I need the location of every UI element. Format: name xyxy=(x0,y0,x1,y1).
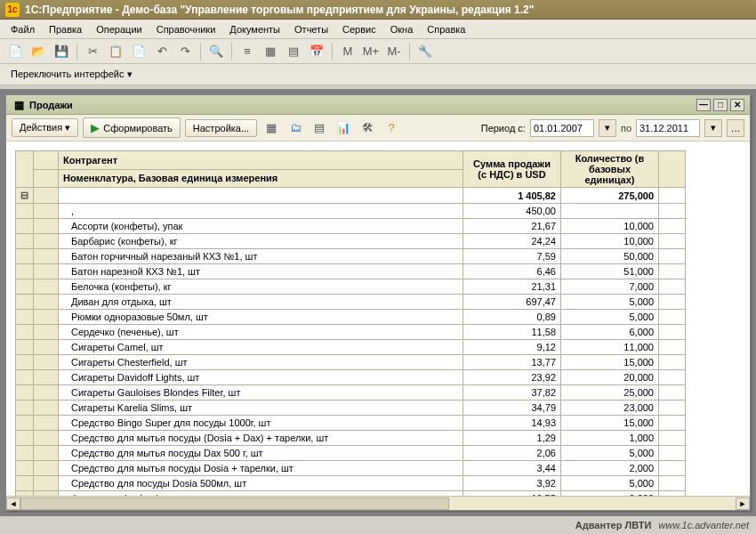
form-button[interactable]: ▶ Сформировать xyxy=(83,117,181,138)
date-to-input[interactable] xyxy=(636,119,700,137)
horizontal-scrollbar[interactable]: ◄ ► xyxy=(6,496,750,510)
close-button[interactable]: ✕ xyxy=(730,99,744,111)
undo-icon[interactable]: ↶ xyxy=(152,42,172,61)
outline-toggle xyxy=(16,310,34,325)
cell-sum: 21,31 xyxy=(463,279,561,295)
table-row[interactable]: Рюмки одноразовые 50мл, шт0,895,000 xyxy=(16,310,686,325)
outline-toggle xyxy=(16,264,34,279)
menu-operations[interactable]: Операции xyxy=(89,22,149,36)
cell-name xyxy=(59,188,463,204)
scroll-right-icon[interactable]: ► xyxy=(736,498,750,510)
scroll-left-icon[interactable]: ◄ xyxy=(6,498,20,510)
cell-name: Средство для мытья посуды (Dosia + Dax) … xyxy=(59,431,463,446)
cell-qty: 6,000 xyxy=(561,325,659,340)
cell-name: Диван для отдыха, шт xyxy=(59,295,463,310)
table-row[interactable]: Барбарис (конфеты), кг24,2410,000 xyxy=(16,234,686,249)
calendar-icon[interactable]: 📅 xyxy=(307,42,326,61)
cut-icon[interactable]: ✂ xyxy=(83,42,102,61)
outline-toggle xyxy=(16,249,34,264)
mplus-icon[interactable]: M+ xyxy=(361,42,381,61)
menu-windows[interactable]: Окна xyxy=(383,22,421,36)
table-row[interactable]: Сигареты Gauloises Blondes Filter, шт37,… xyxy=(16,385,686,400)
table-row[interactable]: ,450,00 xyxy=(16,204,686,219)
table-row[interactable]: Сигареты Chesterfield, шт13,7715,000 xyxy=(16,355,686,370)
paste-icon[interactable]: 📄 xyxy=(129,42,149,61)
period-label: Период с: xyxy=(481,123,526,134)
table-row[interactable]: Средство для мытья посуды Dax 500 г, шт2… xyxy=(16,446,686,461)
grid-icon[interactable]: ▦ xyxy=(261,42,280,61)
cell-sum: 21,67 xyxy=(463,219,561,234)
tb-period-icon[interactable]: ▤ xyxy=(310,118,329,138)
scroll-thumb[interactable] xyxy=(20,498,449,510)
form-button-label: Сформировать xyxy=(103,123,173,134)
col-sum[interactable]: Сумма продажи (с НДС) в USD xyxy=(463,151,561,188)
menu-docs[interactable]: Документы xyxy=(222,22,287,36)
col-nomenclature[interactable]: Номенклатура, Базовая единица измерения xyxy=(59,169,463,188)
report-titlebar: ▦ Продажи — □ ✕ xyxy=(6,95,750,115)
period-picker-icon[interactable]: … xyxy=(727,119,744,137)
cell-name: Белочка (конфеты), кг xyxy=(59,279,463,295)
tb-tool-icon[interactable]: 🛠 xyxy=(358,118,377,138)
mminus-icon[interactable]: M- xyxy=(384,42,404,61)
date-to-cal-icon[interactable]: ▾ xyxy=(704,119,722,137)
table-row[interactable]: Сердечко (печенье), шт11,586,000 xyxy=(16,325,686,340)
menu-service[interactable]: Сервис xyxy=(335,22,383,36)
table-row[interactable]: Ассорти (конфеты), упак21,6710,000 xyxy=(16,219,686,234)
maximize-button[interactable]: □ xyxy=(713,99,728,111)
m-icon[interactable]: M xyxy=(338,42,358,61)
table-row[interactable]: Средство для мытья посуды Dosia + тарелк… xyxy=(16,461,686,476)
open-icon[interactable]: 📂 xyxy=(28,42,48,61)
table-row[interactable]: Средство для посуды Dosia 500мл, шт3,925… xyxy=(16,476,686,491)
save-icon[interactable]: 💾 xyxy=(52,42,71,61)
new-icon[interactable]: 📄 xyxy=(5,42,25,61)
report-toolbar: Действия ▾ ▶ Сформировать Настройка... ▦… xyxy=(6,115,750,142)
outline-toggle[interactable]: ⊟ xyxy=(16,188,34,204)
list-icon[interactable]: ≡ xyxy=(237,42,257,61)
date-from-input[interactable] xyxy=(530,119,594,137)
table-row[interactable]: Батон нарезной КХЗ №1, шт6,4651,000 xyxy=(16,264,686,279)
table-row[interactable]: Средство для мытья посуды (Dosia + Dax) … xyxy=(16,431,686,446)
actions-button[interactable]: Действия ▾ xyxy=(12,118,78,137)
switch-interface-button[interactable]: Переключить интерфейс ▾ xyxy=(5,66,138,83)
menu-reports[interactable]: Отчеты xyxy=(287,22,335,36)
menu-help[interactable]: Справка xyxy=(420,22,472,36)
menu-file[interactable]: Файл xyxy=(4,22,42,36)
menu-edit[interactable]: Правка xyxy=(42,22,89,36)
cell-name: , xyxy=(59,204,463,219)
cell-qty: 1,000 xyxy=(561,431,659,446)
tb-tree-icon[interactable]: 🗂 xyxy=(286,118,305,138)
menu-refs[interactable]: Справочники xyxy=(149,22,223,36)
report-icon: ▦ xyxy=(12,98,26,112)
report-window: ▦ Продажи — □ ✕ Действия ▾ ▶ Сформироват… xyxy=(5,94,751,511)
copy-icon[interactable]: 📋 xyxy=(106,42,125,61)
cell-qty: 5,000 xyxy=(561,310,659,325)
table-row[interactable]: Диван для отдыха, шт697,475,000 xyxy=(16,295,686,310)
minimize-button[interactable]: — xyxy=(696,99,711,111)
table-row[interactable]: Белочка (конфеты), кг21,317,000 xyxy=(16,279,686,295)
scroll-track[interactable] xyxy=(20,498,736,510)
settings-button[interactable]: Настройка... xyxy=(185,119,257,137)
cell-qty: 7,000 xyxy=(561,279,659,295)
table-row[interactable]: ⊟1 405,82275,000 xyxy=(16,188,686,204)
col-qty[interactable]: Количество (в базовых единицах) xyxy=(561,151,659,188)
outline-toggle xyxy=(16,234,34,249)
redo-icon[interactable]: ↷ xyxy=(175,42,195,61)
tb-grid-icon[interactable]: ▦ xyxy=(261,118,281,138)
table-row[interactable]: Сигареты Davidoff Lights, шт23,9220,000 xyxy=(16,370,686,385)
tb-chart-icon[interactable]: 📊 xyxy=(334,118,353,138)
outline-toggle xyxy=(16,385,34,400)
cell-qty: 5,000 xyxy=(561,476,659,491)
calc-icon[interactable]: ▤ xyxy=(284,42,303,61)
tb-help-icon[interactable]: ? xyxy=(382,118,401,138)
find-icon[interactable]: 🔍 xyxy=(206,42,226,61)
cell-qty: 2,000 xyxy=(561,461,659,476)
cell-qty: 11,000 xyxy=(561,340,659,355)
table-row[interactable]: Батон горчичный нарезаный КХЗ №1, шт7,59… xyxy=(16,249,686,264)
report-body[interactable]: Контрагент Сумма продажи (с НДС) в USD К… xyxy=(6,142,750,496)
table-row[interactable]: Сигареты Camel, шт9,1211,000 xyxy=(16,340,686,355)
date-from-cal-icon[interactable]: ▾ xyxy=(599,119,616,137)
col-contragent[interactable]: Контрагент xyxy=(59,151,463,170)
wrench-icon[interactable]: 🔧 xyxy=(415,42,435,61)
table-row[interactable]: Средство Bingo Super для посуды 1000г, ш… xyxy=(16,416,686,431)
table-row[interactable]: Сигареты Karelia Slims, шт34,7923,000 xyxy=(16,400,686,416)
